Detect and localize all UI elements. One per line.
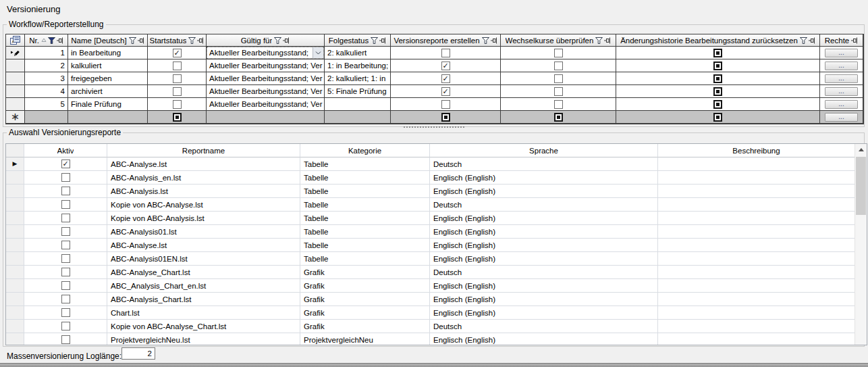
cell-rechte[interactable]: ... [820, 111, 863, 124]
checkbox-indeterminate[interactable] [713, 113, 722, 122]
cell-kategorie[interactable]: Tabelle [300, 252, 430, 266]
pin-icon[interactable] [57, 37, 63, 44]
cell-wechselkurse[interactable] [501, 72, 616, 85]
checkbox-unchecked[interactable] [441, 49, 450, 57]
cell-aktiv[interactable] [24, 333, 107, 345]
cell-beschreibung[interactable] [658, 198, 855, 212]
checkbox-unchecked[interactable] [61, 227, 70, 236]
cell-beschreibung[interactable] [658, 293, 855, 306]
cell-reportname[interactable]: ABC-Analyse.lst [107, 157, 300, 171]
cell-gueltig_fuer[interactable]: Aktueller Bearbeitungsstand; Ver [207, 72, 325, 85]
cell-folgestatus[interactable] [325, 111, 391, 124]
row-selector[interactable] [6, 212, 24, 225]
cell-sprache[interactable]: Englisch (English) [430, 279, 658, 293]
scroll-up-button[interactable] [855, 144, 867, 155]
cell-sprache[interactable]: Englisch (English) [430, 333, 658, 345]
cell-sprache[interactable]: Deutsch [430, 266, 658, 279]
cell-sprache[interactable]: Englisch (English) [430, 225, 658, 239]
col-header-rechte[interactable]: Rechte [820, 34, 863, 47]
cell-rechte[interactable]: ... [820, 85, 863, 98]
filter-funnel-icon[interactable] [274, 37, 281, 44]
cell-gueltig_fuer[interactable]: Aktueller Bearbeitungsstand; Ver [207, 98, 325, 111]
cell-nr[interactable]: 4 [25, 85, 68, 98]
cell-versionsreporte[interactable]: ✓ [391, 72, 501, 85]
cell-rechte[interactable]: ... [820, 59, 863, 72]
cell-aenderungshistorie[interactable] [616, 111, 820, 124]
cell-reportname[interactable]: Kopie von ABC-Analyse.lst [107, 198, 300, 212]
checkbox-checked[interactable]: ✓ [61, 160, 70, 168]
cell-kategorie[interactable]: Grafik [300, 279, 430, 293]
grid1-corner-button[interactable] [6, 34, 25, 47]
cell-beschreibung[interactable] [658, 279, 855, 293]
rechte-button[interactable]: ... [825, 49, 858, 57]
checkbox-unchecked[interactable] [61, 268, 70, 276]
cell-startstatus[interactable] [148, 98, 207, 111]
cell-wechselkurse[interactable] [501, 47, 616, 59]
vertical-scrollbar[interactable] [855, 144, 867, 345]
cell-aktiv[interactable]: ✓ [24, 157, 107, 171]
cell-beschreibung[interactable] [658, 239, 855, 252]
checkbox-indeterminate[interactable] [713, 100, 722, 109]
cell-sprache[interactable]: Englisch (English) [430, 239, 658, 252]
filter-funnel-icon[interactable] [48, 37, 55, 44]
cell-folgestatus[interactable] [325, 98, 391, 111]
gueltig-fuer-editor[interactable]: Aktueller Bearbeitungsstand; [207, 47, 324, 59]
checkbox-unchecked[interactable] [61, 308, 70, 317]
row-selector[interactable] [6, 85, 25, 98]
checkbox-indeterminate[interactable] [173, 113, 182, 122]
cell-folgestatus[interactable]: 2: kalkuliert [325, 47, 391, 59]
pin-icon[interactable] [283, 37, 290, 44]
cell-aktiv[interactable] [24, 185, 107, 198]
row-selector[interactable] [6, 320, 24, 333]
cell-reportname[interactable]: Kopie von ABC-Analyse_Chart.lst [107, 320, 300, 333]
row-selector[interactable] [6, 279, 24, 293]
col-header-name[interactable]: Name [Deutsch] [68, 34, 148, 47]
cell-sprache[interactable]: Englisch (English) [430, 293, 658, 306]
cell-startstatus[interactable]: ✓ [148, 47, 207, 59]
rechte-button[interactable]: ... [825, 74, 858, 83]
cell-sprache[interactable]: Deutsch [430, 198, 658, 212]
checkbox-unchecked[interactable] [61, 173, 70, 182]
cell-beschreibung[interactable] [658, 306, 855, 320]
row-selector[interactable] [6, 266, 24, 279]
cell-aenderungshistorie[interactable] [616, 59, 820, 72]
cell-beschreibung[interactable] [658, 185, 855, 198]
cell-name[interactable]: in Bearbeitung [68, 47, 148, 59]
cell-nr[interactable]: 2 [25, 59, 68, 72]
cell-wechselkurse[interactable] [501, 98, 616, 111]
cell-startstatus[interactable] [148, 72, 207, 85]
row-selector[interactable] [6, 72, 25, 85]
grid2-corner[interactable] [6, 144, 24, 157]
cell-startstatus[interactable] [148, 111, 207, 124]
cell-reportname[interactable]: ABC-Analysis01.lst [107, 225, 300, 239]
scrollbar-thumb[interactable] [856, 157, 866, 215]
checkbox-unchecked[interactable] [554, 49, 563, 57]
cell-name[interactable]: archiviert [68, 85, 148, 98]
cell-kategorie[interactable]: Tabelle [300, 225, 430, 239]
checkbox-unchecked[interactable] [61, 322, 70, 331]
row-selector[interactable] [6, 47, 25, 59]
col-header-aenderungshistorie[interactable]: Änderungshistorie Bearbeitungsstand zurü… [616, 34, 820, 47]
col-header-reportname[interactable]: Reportname [107, 144, 300, 157]
cell-sprache[interactable]: Englisch (English) [430, 212, 658, 225]
cell-kategorie[interactable]: Tabelle [300, 185, 430, 198]
cell-beschreibung[interactable] [658, 333, 855, 345]
cell-aktiv[interactable] [24, 279, 107, 293]
cell-aenderungshistorie[interactable] [616, 98, 820, 111]
checkbox-unchecked[interactable] [554, 100, 563, 109]
sort-asc-icon[interactable] [41, 38, 47, 43]
checkbox-unchecked[interactable] [61, 200, 70, 209]
col-header-aktiv[interactable]: Aktiv [24, 144, 107, 157]
row-selector[interactable] [6, 306, 24, 320]
cell-aktiv[interactable] [24, 266, 107, 279]
checkbox-unchecked[interactable] [554, 74, 563, 83]
cell-aktiv[interactable] [24, 306, 107, 320]
cell-aenderungshistorie[interactable] [616, 85, 820, 98]
row-selector[interactable] [6, 293, 24, 306]
rechte-button[interactable]: ... [825, 113, 858, 122]
row-selector[interactable]: ∗ [6, 111, 25, 124]
col-header-sprache[interactable]: Sprache [430, 144, 658, 157]
cell-aktiv[interactable] [24, 252, 107, 266]
cell-folgestatus[interactable]: 1: in Bearbeitung; [325, 59, 391, 72]
checkbox-checked[interactable]: ✓ [441, 74, 450, 83]
